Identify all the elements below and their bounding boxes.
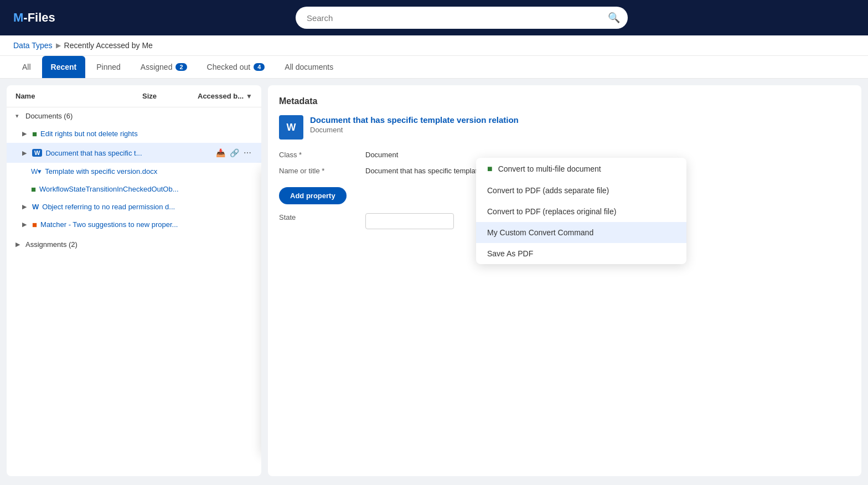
app-logo: M-Files — [13, 11, 55, 25]
doc-title: Document that has specific template vers… — [310, 115, 519, 125]
tab-assigned-label: Assigned — [141, 63, 173, 71]
sort-arrow-icon: ▼ — [246, 92, 252, 100]
chevron-right-icon: ▶ — [16, 241, 22, 248]
col-name-header: Name — [16, 92, 120, 100]
metadata-panel: Metadata W Document that has specific te… — [268, 85, 861, 476]
tab-all-documents[interactable]: All documents — [276, 56, 342, 78]
group-assignments[interactable]: ▶ Assignments (2) — [7, 236, 261, 253]
checkin-icon[interactable]: 📥 — [215, 147, 226, 158]
state-input[interactable] — [365, 213, 454, 229]
tab-bar: All Recent Pinned Assigned 2 Checked out… — [0, 56, 868, 79]
tab-checked-out-badge: 4 — [254, 63, 265, 71]
group-documents[interactable]: ▾ Documents (6) — [7, 107, 261, 125]
submenu-item-convert-multi[interactable]: ■ Convert to multi-file document — [476, 158, 686, 180]
tab-checked-out[interactable]: Checked out 4 — [198, 56, 274, 78]
chevron-right-icon: ▶ — [22, 149, 29, 157]
item-name: Object referring to no read permission d… — [42, 203, 252, 211]
group-assignments-label: Assignments (2) — [25, 240, 78, 249]
item-name: Document that has specific t... — [45, 149, 211, 157]
app-header: M-Files 🔍 — [0, 0, 868, 35]
chevron-down-icon: ▾ — [16, 112, 22, 120]
state-label: State — [279, 213, 356, 221]
logo-m: M — [13, 11, 23, 24]
submenu-label: My Custom Convert Command — [487, 228, 593, 237]
more-icon[interactable]: ⋯ — [242, 147, 252, 158]
list-item[interactable]: ▶ W Object referring to no read permissi… — [7, 198, 261, 215]
item-name: Template with specific version.docx — [45, 167, 252, 176]
breadcrumb-current: Recently Accessed by Me — [64, 41, 153, 50]
submenu-label: Convert to PDF (replaces original file) — [487, 207, 616, 216]
class-label: Class * — [279, 151, 356, 159]
chevron-right-icon: ▶ — [22, 203, 29, 210]
doc-info: W Document that has specific template ve… — [279, 115, 850, 140]
tab-recent[interactable]: Recent — [42, 56, 86, 78]
metadata-title: Metadata — [279, 96, 850, 106]
word-icon: W — [32, 149, 42, 157]
name-label: Name or title * — [279, 167, 356, 175]
list-item[interactable]: W▾ Template with specific version.docx — [7, 163, 261, 180]
convert-submenu: ■ Convert to multi-file document Convert… — [476, 158, 686, 264]
list-item[interactable]: ▶ ■ Edit rights but not delete rights — [7, 125, 261, 143]
submenu-item-convert-pdf-replace[interactable]: Convert to PDF (replaces original file) — [476, 201, 686, 222]
breadcrumb-separator: ▶ — [56, 42, 61, 49]
add-property-button[interactable]: Add property — [279, 187, 347, 204]
file-icon: ■ — [31, 184, 36, 194]
item-name: Edit rights but not delete rights — [40, 130, 252, 138]
doc-type: Document — [310, 126, 519, 134]
group-documents-label: Documents (6) — [25, 112, 73, 120]
word-icon: W — [32, 203, 39, 211]
list-item-selected[interactable]: ▶ W Document that has specific t... 📥 🔗 … — [7, 143, 261, 163]
chevron-right-icon: ▶ — [22, 221, 29, 228]
tab-checked-out-label: Checked out — [207, 63, 251, 71]
search-bar: 🔍 — [296, 7, 628, 29]
breadcrumb-link[interactable]: Data Types — [13, 41, 53, 50]
search-icon: 🔍 — [608, 12, 620, 24]
link-icon[interactable]: 🔗 — [229, 147, 240, 158]
col-accessed-header[interactable]: Accessed b... ▼ — [198, 92, 252, 100]
submenu-item-custom-convert[interactable]: My Custom Convert Command — [476, 222, 686, 243]
green-square-icon: ■ — [487, 164, 493, 174]
file-list-panel: Name Size Accessed b... ▼ ▾ Documents (6… — [7, 85, 261, 476]
submenu-label: Convert to PDF (adds separate file) — [487, 186, 609, 195]
submenu-label: Save As PDF — [487, 249, 533, 258]
chevron-right-icon: ▶ — [22, 130, 29, 137]
item-name: Matcher - Two suggestions to new proper.… — [40, 220, 252, 229]
col-accessed-label: Accessed b... — [198, 92, 244, 100]
word-sub-icon: W▾ — [31, 167, 42, 176]
breadcrumb: Data Types ▶ Recently Accessed by Me — [0, 35, 868, 56]
tab-pinned[interactable]: Pinned — [87, 56, 130, 78]
tab-all[interactable]: All — [13, 56, 40, 78]
item-name: WorkflowStateTransitionInCheckedOutOb... — [39, 185, 252, 193]
submenu-item-convert-pdf-sep[interactable]: Convert to PDF (adds separate file) — [476, 180, 686, 201]
submenu-label: Convert to multi-file document — [498, 164, 601, 173]
tab-assigned-badge: 2 — [175, 63, 187, 71]
file-icon: ■ — [32, 129, 37, 138]
list-item[interactable]: ■ WorkflowStateTransitionInCheckedOutOb.… — [7, 180, 261, 198]
list-item[interactable]: ▶ ■ Matcher - Two suggestions to new pro… — [7, 215, 261, 234]
logo-files: -Files — [23, 11, 55, 24]
main-content: Name Size Accessed b... ▼ ▾ Documents (6… — [0, 79, 868, 483]
tab-assigned[interactable]: Assigned 2 — [132, 56, 196, 78]
avatar: W — [279, 115, 303, 140]
search-input[interactable] — [296, 7, 628, 29]
submenu-item-save-pdf[interactable]: Save As PDF — [476, 243, 686, 264]
item-actions: 📥 🔗 ⋯ — [215, 147, 252, 158]
table-header: Name Size Accessed b... ▼ — [7, 85, 261, 107]
orange-icon: ■ — [32, 220, 37, 229]
col-size-header: Size — [142, 92, 175, 100]
